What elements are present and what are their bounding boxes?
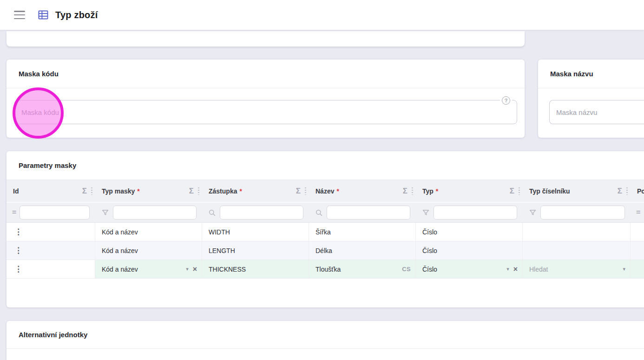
cell-zastupka[interactable]: WIDTH xyxy=(202,223,309,241)
funnel-icon[interactable] xyxy=(101,208,110,217)
column-resize-handle[interactable] xyxy=(305,187,306,195)
sigma-icon[interactable]: Σ xyxy=(189,187,194,196)
equals-icon[interactable]: = xyxy=(12,208,16,217)
cell-id: ⋮ xyxy=(7,223,95,241)
cell-typ[interactable]: Číslo xyxy=(416,241,523,260)
funnel-icon[interactable] xyxy=(421,208,430,217)
table-grid-icon xyxy=(37,9,49,21)
cell-po[interactable] xyxy=(631,260,644,278)
sigma-icon[interactable]: Σ xyxy=(82,187,87,196)
filter-cell-po: = xyxy=(631,203,644,222)
filter-cell-typ-ciselniku xyxy=(523,203,631,222)
cell-typ-ciselniku[interactable] xyxy=(523,223,631,241)
filter-cell-typ xyxy=(416,203,523,222)
table-row[interactable]: ⋮ Kód a název WIDTH Šířka Číslo xyxy=(7,223,644,241)
cell-nazev[interactable]: Délka xyxy=(309,241,416,260)
app-bar: Typ zboží xyxy=(0,0,644,30)
help-icon[interactable]: ? xyxy=(502,96,510,105)
filter-cell-zastupka xyxy=(202,203,309,222)
card-maska-nazvu: Maska názvu Maska názvu xyxy=(538,60,644,138)
row-menu-kebab-icon[interactable]: ⋮ xyxy=(13,227,24,237)
column-header-typ-ciselniku: Typ číselníku Σ xyxy=(523,180,631,202)
column-resize-handle[interactable] xyxy=(198,187,199,195)
cell-typ-masky[interactable]: Kód a název xyxy=(95,241,202,260)
funnel-icon[interactable] xyxy=(528,208,537,217)
card-maska-kodu: Maska kódu Maska kódu ? xyxy=(7,60,525,138)
sigma-icon[interactable]: Σ xyxy=(510,187,514,196)
column-resize-handle[interactable] xyxy=(412,187,413,195)
card-alternativni-jednotky: Alternativní jednotky xyxy=(7,321,644,360)
page-title: Typ zboží xyxy=(55,10,98,20)
scrolled-card-remnant xyxy=(7,31,525,47)
filter-input-id[interactable] xyxy=(20,206,90,220)
filter-input-nazev[interactable] xyxy=(327,206,410,220)
clear-x-icon[interactable]: × xyxy=(513,266,518,273)
card-maska-kodu-title: Maska kódu xyxy=(7,60,525,88)
column-header-typ-masky: Typ masky * Σ xyxy=(95,180,202,202)
maska-nazvu-placeholder: Maska názvu xyxy=(550,108,597,116)
cell-po[interactable] xyxy=(631,241,644,260)
nazev-value: Tloušťka xyxy=(315,266,341,273)
maska-nazvu-field[interactable]: Maska názvu xyxy=(549,100,644,124)
language-badge[interactable]: CS xyxy=(402,266,411,273)
filter-cell-typ-masky xyxy=(95,203,202,222)
sigma-icon[interactable]: Σ xyxy=(403,187,407,196)
cell-typ-masky[interactable]: Kód a název xyxy=(95,223,202,241)
column-header-typ: Typ * Σ xyxy=(416,180,523,202)
column-resize-handle[interactable] xyxy=(91,187,92,195)
column-header-zastupka: Zástupka * Σ xyxy=(202,180,309,202)
cell-nazev-editor[interactable]: Tloušťka CS xyxy=(309,260,416,278)
search-icon[interactable] xyxy=(315,208,323,217)
cell-typ-editor[interactable]: Číslo ▾ × xyxy=(416,260,523,278)
cell-typ[interactable]: Číslo xyxy=(416,223,523,241)
filter-cell-nazev xyxy=(309,203,416,222)
chevron-down-icon[interactable]: ▾ xyxy=(186,266,189,272)
table-row-editing[interactable]: ⋮ Kód a název ▾ × THICKNESS Tloušťka CS … xyxy=(7,260,644,279)
cell-zastupka-editor[interactable]: THICKNESS xyxy=(202,260,309,278)
table-header-row: Id Σ Typ masky * Σ Zástupka * Σ Název * … xyxy=(7,180,644,202)
filter-input-typ-masky[interactable] xyxy=(113,206,197,220)
column-header-id: Id Σ xyxy=(7,180,95,202)
sigma-icon[interactable]: Σ xyxy=(618,187,622,196)
typ-value: Číslo xyxy=(422,266,437,273)
cell-nazev[interactable]: Šířka xyxy=(309,223,416,241)
cell-typ-ciselniku[interactable] xyxy=(523,241,631,260)
clear-x-icon[interactable]: × xyxy=(193,266,197,273)
cell-id: ⋮ xyxy=(7,260,95,278)
table-filter-row: = = xyxy=(7,202,644,223)
chevron-down-icon[interactable]: ▾ xyxy=(623,266,625,272)
cell-po[interactable] xyxy=(631,223,644,241)
filter-input-typ[interactable] xyxy=(434,206,517,220)
card-parametry-masky: Parametry masky Id Σ Typ masky * Σ Zástu… xyxy=(7,151,644,307)
cell-typ-masky-editor[interactable]: Kód a název ▾ × xyxy=(95,260,202,278)
equals-icon[interactable]: = xyxy=(636,208,640,217)
filter-input-typ-ciselniku[interactable] xyxy=(540,206,625,220)
hamburger-menu-icon[interactable] xyxy=(14,11,25,19)
chevron-down-icon[interactable]: ▾ xyxy=(506,266,509,272)
maska-kodu-field[interactable]: Maska kódu ? xyxy=(14,100,517,124)
row-menu-kebab-icon[interactable]: ⋮ xyxy=(13,246,24,255)
table-row[interactable]: ⋮ Kód a název LENGTH Délka Číslo xyxy=(7,241,644,260)
cell-typ-ciselniku-editor[interactable]: Hledat ▾ xyxy=(523,260,631,278)
column-resize-handle[interactable] xyxy=(626,187,628,195)
cell-zastupka[interactable]: LENGTH xyxy=(202,241,309,260)
card-parametry-title: Parametry masky xyxy=(7,151,644,180)
maska-kodu-placeholder: Maska kódu xyxy=(15,108,59,116)
cell-id: ⋮ xyxy=(7,241,95,260)
card-alternativni-jednotky-title: Alternativní jednotky xyxy=(7,321,644,349)
filter-input-zastupka[interactable] xyxy=(220,206,303,220)
column-header-po: Po xyxy=(631,180,644,202)
filter-cell-id: = xyxy=(7,203,95,222)
typ-ciselniku-placeholder: Hledat xyxy=(529,266,548,273)
column-header-nazev: Název * Σ xyxy=(309,180,416,202)
typ-masky-value: Kód a název xyxy=(102,266,138,273)
sigma-icon[interactable]: Σ xyxy=(296,187,301,196)
row-menu-kebab-icon[interactable]: ⋮ xyxy=(13,264,24,274)
card-maska-nazvu-title: Maska názvu xyxy=(538,60,644,88)
search-icon[interactable] xyxy=(208,208,217,217)
column-resize-handle[interactable] xyxy=(519,187,520,195)
